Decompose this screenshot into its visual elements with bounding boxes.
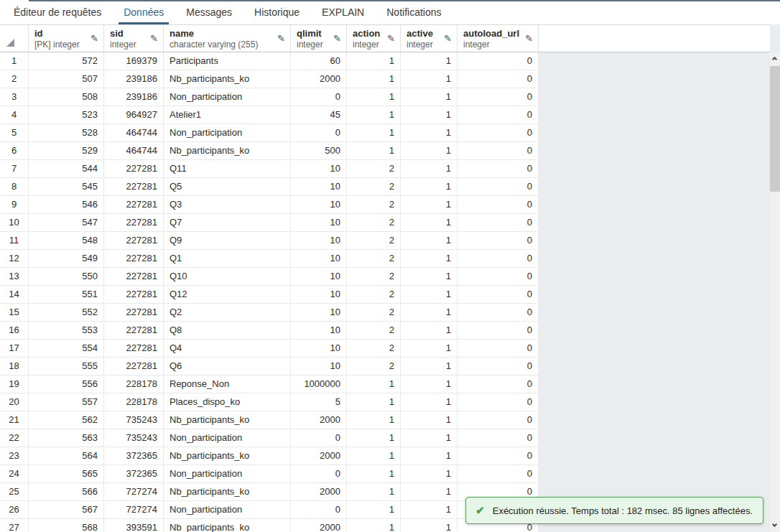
row-number[interactable]: 3 bbox=[0, 88, 29, 106]
cell-name[interactable]: Q5 bbox=[164, 178, 291, 195]
cell-active[interactable]: 1 bbox=[401, 501, 458, 518]
cell-autoload_url[interactable]: 0 bbox=[458, 268, 539, 285]
cell-name[interactable]: Q2 bbox=[164, 304, 291, 321]
cell-active[interactable]: 1 bbox=[401, 178, 458, 195]
cell-id[interactable]: 566 bbox=[29, 483, 104, 500]
cell-action[interactable]: 2 bbox=[347, 214, 401, 231]
cell-qlimit[interactable]: 0 bbox=[291, 429, 347, 447]
column-header-autoload_url[interactable]: autoload_urlinteger✎ bbox=[458, 25, 539, 52]
cell-action[interactable]: 2 bbox=[347, 232, 401, 249]
cell-name[interactable]: Atelier1 bbox=[164, 106, 291, 123]
cell-id[interactable]: 548 bbox=[29, 232, 104, 249]
cell-active[interactable]: 1 bbox=[401, 340, 458, 357]
cell-action[interactable]: 1 bbox=[347, 142, 401, 159]
cell-action[interactable]: 1 bbox=[347, 429, 401, 447]
cell-id[interactable]: 549 bbox=[29, 250, 104, 267]
cell-qlimit[interactable]: 2000 bbox=[291, 447, 347, 465]
row-number[interactable]: 8 bbox=[0, 178, 29, 195]
cell-active[interactable]: 1 bbox=[401, 447, 458, 465]
cell-qlimit[interactable]: 45 bbox=[291, 106, 347, 123]
cell-sid[interactable]: 169379 bbox=[104, 52, 164, 70]
row-number[interactable]: 10 bbox=[0, 214, 29, 231]
cell-active[interactable]: 1 bbox=[401, 304, 458, 321]
column-header-active[interactable]: activeinteger✎ bbox=[401, 25, 458, 52]
edit-pencil-icon[interactable]: ✎ bbox=[525, 33, 533, 44]
row-number[interactable]: 23 bbox=[0, 447, 29, 465]
cell-active[interactable]: 1 bbox=[401, 268, 458, 285]
cell-autoload_url[interactable]: 0 bbox=[458, 358, 539, 375]
cell-action[interactable]: 2 bbox=[347, 358, 401, 375]
row-number[interactable]: 14 bbox=[0, 286, 29, 303]
tab-editeur-de-requetes[interactable]: Éditeur de requêtes bbox=[9, 1, 106, 24]
cell-id[interactable]: 544 bbox=[29, 160, 104, 177]
cell-name[interactable]: Nb_participants_ko bbox=[164, 411, 291, 429]
cell-qlimit[interactable]: 10 bbox=[291, 304, 347, 321]
cell-qlimit[interactable]: 10 bbox=[291, 232, 347, 249]
column-header-name[interactable]: namecharacter varying (255)✎ bbox=[164, 25, 291, 52]
cell-action[interactable]: 2 bbox=[347, 322, 401, 339]
cell-id[interactable]: 552 bbox=[29, 304, 104, 321]
cell-sid[interactable]: 227281 bbox=[104, 178, 164, 195]
cell-action[interactable]: 1 bbox=[347, 411, 401, 429]
cell-id[interactable]: 557 bbox=[29, 393, 104, 411]
cell-active[interactable]: 1 bbox=[401, 519, 458, 532]
cell-sid[interactable]: 227281 bbox=[104, 322, 164, 339]
cell-sid[interactable]: 227281 bbox=[104, 160, 164, 177]
cell-action[interactable]: 1 bbox=[347, 52, 401, 70]
edit-pencil-icon[interactable]: ✎ bbox=[150, 33, 158, 44]
cell-active[interactable]: 1 bbox=[401, 160, 458, 177]
cell-name[interactable]: Nb_participants_ko bbox=[164, 142, 291, 159]
cell-qlimit[interactable]: 0 bbox=[291, 501, 347, 518]
cell-name[interactable]: Nb_participants_ko bbox=[164, 70, 291, 88]
cell-autoload_url[interactable]: 0 bbox=[458, 70, 539, 88]
edit-pencil-icon[interactable]: ✎ bbox=[90, 33, 98, 44]
cell-sid[interactable]: 227281 bbox=[104, 286, 164, 303]
cell-qlimit[interactable]: 1000000 bbox=[291, 375, 347, 393]
select-all-corner[interactable] bbox=[0, 25, 29, 52]
edit-pencil-icon[interactable]: ✎ bbox=[387, 33, 395, 44]
cell-action[interactable]: 1 bbox=[347, 483, 401, 500]
row-number[interactable]: 20 bbox=[0, 393, 29, 411]
cell-autoload_url[interactable]: 0 bbox=[458, 447, 539, 465]
column-header-action[interactable]: actioninteger✎ bbox=[347, 25, 401, 52]
cell-autoload_url[interactable]: 0 bbox=[458, 340, 539, 357]
cell-id[interactable]: 523 bbox=[29, 106, 104, 123]
cell-active[interactable]: 1 bbox=[401, 196, 458, 213]
row-number[interactable]: 21 bbox=[0, 411, 29, 429]
cell-id[interactable]: 565 bbox=[29, 465, 104, 482]
edit-pencil-icon[interactable]: ✎ bbox=[333, 33, 341, 44]
row-number[interactable]: 12 bbox=[0, 250, 29, 267]
row-number[interactable]: 11 bbox=[0, 232, 29, 249]
cell-qlimit[interactable]: 10 bbox=[291, 196, 347, 213]
cell-autoload_url[interactable]: 0 bbox=[458, 375, 539, 393]
cell-qlimit[interactable]: 10 bbox=[291, 250, 347, 267]
tab-explain[interactable]: EXPLAIN bbox=[317, 1, 369, 24]
column-header-sid[interactable]: sidinteger✎ bbox=[104, 25, 164, 52]
cell-action[interactable]: 1 bbox=[347, 393, 401, 411]
row-number[interactable]: 6 bbox=[0, 142, 29, 159]
row-number[interactable]: 17 bbox=[0, 340, 29, 357]
cell-action[interactable]: 1 bbox=[347, 375, 401, 393]
cell-qlimit[interactable]: 60 bbox=[291, 52, 347, 70]
cell-name[interactable]: Q9 bbox=[164, 232, 291, 249]
cell-id[interactable]: 547 bbox=[29, 214, 104, 231]
cell-sid[interactable]: 372365 bbox=[104, 447, 164, 465]
cell-name[interactable]: Places_dispo_ko bbox=[164, 393, 291, 411]
cell-sid[interactable]: 393591 bbox=[104, 519, 164, 532]
cell-autoload_url[interactable]: 0 bbox=[458, 286, 539, 303]
cell-active[interactable]: 1 bbox=[401, 232, 458, 249]
cell-id[interactable]: 572 bbox=[29, 52, 104, 70]
cell-name[interactable]: Non_participation bbox=[164, 429, 291, 447]
cell-name[interactable]: Nb_participants_ko bbox=[164, 483, 291, 500]
cell-sid[interactable]: 464744 bbox=[104, 142, 164, 159]
tab-notifications[interactable]: Notifications bbox=[381, 1, 446, 24]
cell-name[interactable]: Nb_participants_ko bbox=[164, 447, 291, 465]
cell-action[interactable]: 1 bbox=[347, 70, 401, 88]
scrollbar-thumb[interactable] bbox=[770, 66, 780, 192]
cell-sid[interactable]: 228178 bbox=[104, 375, 164, 393]
cell-autoload_url[interactable]: 0 bbox=[458, 250, 539, 267]
cell-action[interactable]: 1 bbox=[347, 88, 401, 106]
row-number[interactable]: 18 bbox=[0, 358, 29, 375]
cell-active[interactable]: 1 bbox=[401, 358, 458, 375]
cell-autoload_url[interactable]: 0 bbox=[458, 232, 539, 249]
